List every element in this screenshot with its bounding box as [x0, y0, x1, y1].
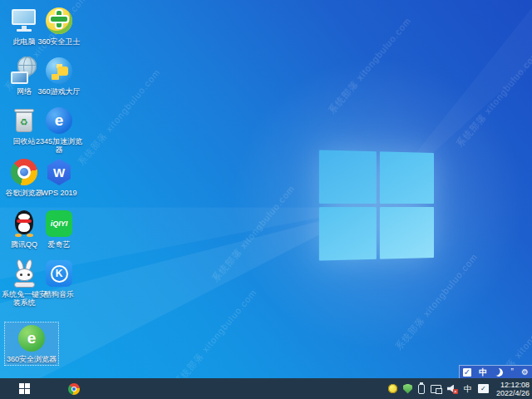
windows-logo-pane	[380, 207, 434, 259]
360-game-hall-icon	[45, 57, 73, 85]
taskbar-chrome-button[interactable]	[68, 383, 80, 395]
clock-date: 2022/4/26	[496, 389, 530, 397]
tray-shield-icon[interactable]	[403, 384, 412, 394]
icon-label: 回收站	[13, 137, 36, 145]
desktop-icon-iqiyi[interactable]: iQIYI 爱奇艺	[35, 209, 83, 249]
windows-logo-pane	[380, 151, 434, 204]
tray-360-icon[interactable]	[388, 384, 397, 393]
desktop-icon-kugou-music[interactable]: K 酷狗音乐	[35, 259, 83, 298]
desktop-icon-2345-browser[interactable]: e 2345加速浏览器	[35, 106, 83, 154]
windows-logo-pane	[319, 150, 377, 204]
windows-logo-pane	[319, 207, 377, 261]
recycle-bin-icon: ♻	[10, 106, 38, 135]
system-tray: ✕ 中 ✓ 12:12:08 2022/4/26	[388, 381, 532, 397]
touch-keyboard-icon[interactable]: ✓	[478, 384, 489, 393]
network-icon	[10, 57, 38, 85]
tray-usb-icon[interactable]	[418, 384, 425, 394]
desktop-icon-360-secure-browser[interactable]: e 360安全浏览器	[5, 323, 58, 365]
tray-display-icon[interactable]	[431, 385, 441, 393]
icon-label: 酷狗音乐	[44, 290, 74, 298]
windows-flag-icon	[19, 383, 24, 388]
icon-label: 此电脑	[13, 37, 36, 46]
chrome-icon	[10, 158, 38, 186]
icon-label: 360游戏大厅	[37, 87, 80, 96]
ime-punctuation-icon[interactable]: ”	[511, 368, 514, 377]
icon-label: 360安全浏览器	[7, 355, 57, 363]
icon-label: 爱奇艺	[48, 240, 71, 249]
desktop-icon-360-game-hall[interactable]: 360游戏大厅	[35, 57, 83, 96]
icon-label: 360安全卫士	[37, 37, 80, 46]
ime-fullwidth-moon-icon[interactable]	[494, 367, 504, 377]
icon-label: 腾讯QQ	[11, 240, 37, 249]
icon-label: 网络	[17, 87, 32, 96]
watermark-text: 系统部落 xitongbuluo.com	[75, 66, 163, 168]
watermark-text: 系统部落 xitongbuluo.com	[171, 287, 259, 388]
iqiyi-icon: iQIYI	[45, 209, 73, 238]
start-button[interactable]	[19, 383, 31, 395]
desktop-icon-360-safety-guard[interactable]: 360安全卫士	[35, 7, 83, 46]
wps-icon: W	[45, 158, 73, 186]
watermark-text: 系统部落 xitongbuluo.com	[392, 251, 480, 352]
kugou-icon: K	[45, 259, 73, 288]
windows-logo	[319, 150, 434, 260]
taskbar-clock[interactable]: 12:12:08 2022/4/26	[495, 381, 530, 397]
360-safety-guard-icon	[45, 7, 73, 35]
watermark-text: 系统部落 xitongbuluo.com	[454, 48, 532, 150]
ime-checkbox-icon[interactable]: ✓	[463, 368, 471, 377]
tray-ime-indicator[interactable]: 中	[464, 385, 472, 393]
watermark-text: 系统部落 xitongbuluo.com	[326, 15, 414, 116]
mute-badge: ✕	[453, 389, 458, 394]
2345-browser-icon: e	[45, 106, 73, 135]
ime-language-bar[interactable]: ✓ 中 ” ⚙	[459, 365, 532, 379]
desktop-icon-wps-2019[interactable]: W WPS 2019	[35, 158, 83, 197]
tray-volume-muted-icon[interactable]: ✕	[447, 384, 458, 394]
qq-penguin-icon	[10, 209, 38, 238]
icon-label: WPS 2019	[41, 189, 76, 197]
watermark-text: 系统部落 xitongbuluo.com	[209, 183, 298, 284]
clock-time: 12:12:08	[496, 381, 530, 389]
this-pc-icon	[10, 7, 38, 35]
rabbit-icon	[10, 259, 38, 288]
ime-settings-gear-icon[interactable]: ⚙	[521, 368, 529, 377]
360-browser-icon: e	[17, 324, 46, 352]
taskbar: ✕ 中 ✓ 12:12:08 2022/4/26	[0, 378, 532, 399]
icon-label: 2345加速浏览器	[35, 137, 83, 154]
ime-chinese-mode-icon[interactable]: 中	[479, 368, 487, 377]
